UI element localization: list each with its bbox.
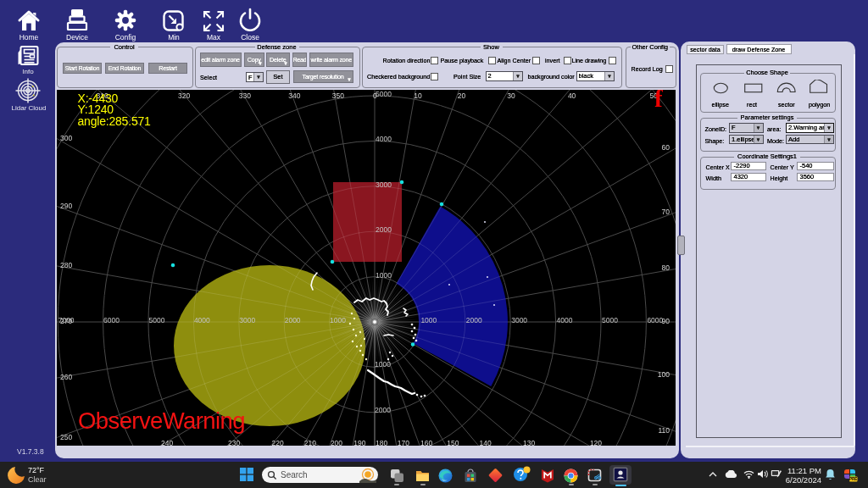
svg-text:2000: 2000 xyxy=(376,225,392,234)
svg-text:0: 0 xyxy=(373,92,377,100)
svg-text:220: 220 xyxy=(272,439,284,446)
svg-text:110: 110 xyxy=(658,426,670,435)
svg-text:2000: 2000 xyxy=(466,316,482,324)
svg-text:60: 60 xyxy=(662,143,670,152)
svg-text:1000: 1000 xyxy=(420,316,437,324)
svg-text:150: 150 xyxy=(447,439,459,446)
svg-text:170: 170 xyxy=(398,439,409,446)
svg-text:5000: 5000 xyxy=(602,316,618,324)
svg-text:160: 160 xyxy=(420,439,432,446)
svg-text:300: 300 xyxy=(60,134,72,142)
svg-text:70: 70 xyxy=(662,208,670,216)
svg-text:140: 140 xyxy=(480,439,492,446)
svg-text:350: 350 xyxy=(332,92,344,100)
svg-text:20: 20 xyxy=(458,92,466,100)
svg-text:3000: 3000 xyxy=(239,316,255,324)
svg-text:PRE: PRE xyxy=(849,477,857,481)
svg-text:5000: 5000 xyxy=(376,90,392,98)
svg-text:6000: 6000 xyxy=(103,316,120,324)
svg-text:3000: 3000 xyxy=(511,316,527,324)
svg-text:130: 130 xyxy=(523,439,535,446)
svg-text:180: 180 xyxy=(376,439,387,446)
svg-text:2000: 2000 xyxy=(375,406,391,414)
svg-text:280: 280 xyxy=(60,261,72,269)
svg-text:4000: 4000 xyxy=(194,316,210,324)
svg-text:4000: 4000 xyxy=(376,135,392,143)
svg-text:ObserveWarning: ObserveWarning xyxy=(78,408,245,434)
svg-text:2000: 2000 xyxy=(285,316,301,324)
svg-text:100: 100 xyxy=(658,370,670,379)
svg-text:4000: 4000 xyxy=(557,316,573,324)
svg-text:260: 260 xyxy=(60,373,72,381)
svg-text:340: 340 xyxy=(288,92,300,100)
svg-text:120: 120 xyxy=(590,439,602,446)
svg-text:3000: 3000 xyxy=(376,180,392,189)
svg-text:320: 320 xyxy=(178,92,190,100)
svg-text:10: 10 xyxy=(414,92,422,100)
svg-text:200: 200 xyxy=(331,439,342,446)
svg-text:40: 40 xyxy=(568,92,576,100)
svg-text:f: f xyxy=(654,90,663,112)
svg-text:240: 240 xyxy=(161,439,173,446)
svg-text:1000: 1000 xyxy=(376,271,392,280)
svg-text:30: 30 xyxy=(507,92,515,100)
svg-text:angle:285.571: angle:285.571 xyxy=(78,114,152,128)
svg-text:80: 80 xyxy=(662,263,670,272)
svg-text:1000: 1000 xyxy=(375,360,391,369)
svg-text:90: 90 xyxy=(662,317,670,325)
svg-text:330: 330 xyxy=(239,92,251,100)
svg-text:270: 270 xyxy=(60,317,72,325)
svg-text:5000: 5000 xyxy=(149,316,165,324)
svg-text:230: 230 xyxy=(228,439,240,446)
svg-text:210: 210 xyxy=(304,439,316,446)
svg-text:250: 250 xyxy=(60,433,72,441)
svg-text:290: 290 xyxy=(60,202,72,210)
svg-text:1000: 1000 xyxy=(330,316,346,324)
svg-text:190: 190 xyxy=(353,439,365,446)
